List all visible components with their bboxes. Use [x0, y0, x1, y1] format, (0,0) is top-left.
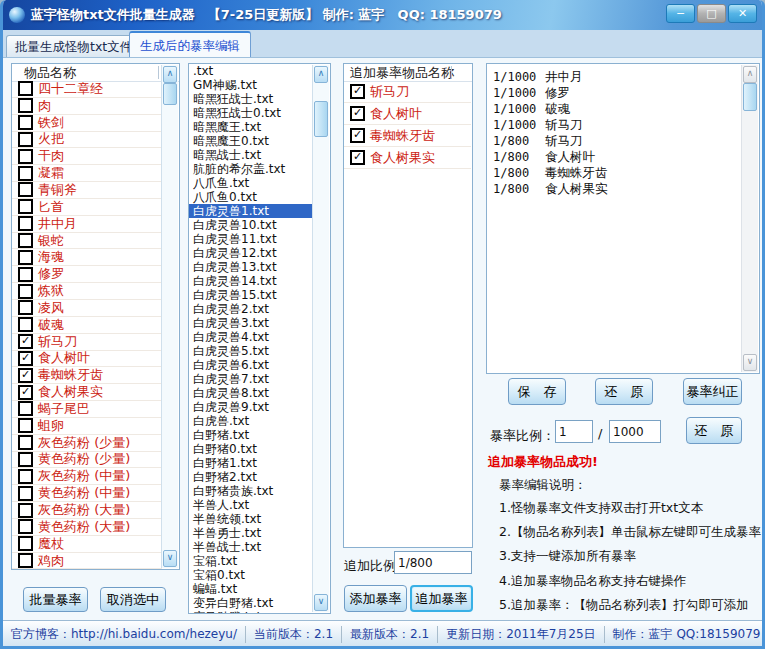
- list-item[interactable]: 肉: [12, 98, 162, 115]
- checkbox-icon[interactable]: [18, 519, 33, 534]
- list-item[interactable]: 炼狱: [12, 283, 162, 300]
- title-bar[interactable]: 蓝宇怪物txt文件批量生成器 【7-25日更新版】 制作: 蓝宇 QQ: 181…: [0, 0, 765, 30]
- close-button[interactable]: ✕: [728, 4, 757, 23]
- list-item[interactable]: ✓毒蜘蛛牙齿: [344, 125, 471, 147]
- file-row[interactable]: 白野猪2.txt: [189, 470, 314, 484]
- scrollbar-thumb[interactable]: [163, 83, 177, 105]
- file-row[interactable]: GM神赐.txt: [189, 78, 314, 92]
- file-row[interactable]: 白虎灵兽10.txt: [189, 218, 314, 232]
- list-item[interactable]: 干肉: [12, 148, 162, 165]
- checkbox-icon[interactable]: [18, 132, 33, 147]
- chevron-down-icon[interactable]: ∨: [314, 594, 328, 611]
- checkbox-icon[interactable]: [18, 469, 33, 484]
- file-row[interactable]: 白野猪贵族.txt: [189, 484, 314, 498]
- append-ratio-input[interactable]: [394, 551, 472, 574]
- list-item[interactable]: 海魂: [12, 249, 162, 266]
- checkbox-icon[interactable]: [18, 81, 33, 96]
- list-item[interactable]: ✓毒蜘蛛牙齿: [12, 367, 162, 384]
- checkbox-icon[interactable]: [18, 401, 33, 416]
- file-list-scrollbar[interactable]: ∧ ∨: [312, 65, 329, 612]
- append-rate-button[interactable]: 追加暴率: [410, 585, 473, 612]
- checkbox-icon[interactable]: [18, 216, 33, 231]
- checkbox-icon[interactable]: [18, 267, 33, 282]
- checkbox-icon[interactable]: [18, 166, 33, 181]
- checkbox-icon[interactable]: ✓: [18, 334, 33, 349]
- file-row[interactable]: 白虎灵兽14.txt: [189, 274, 314, 288]
- list-item[interactable]: 匕首: [12, 199, 162, 216]
- file-row[interactable]: 白虎灵兽4.txt: [189, 330, 314, 344]
- list-item[interactable]: 黄色药粉 (中量): [12, 485, 162, 502]
- file-row[interactable]: 白野猪1.txt: [189, 456, 314, 470]
- list-item[interactable]: 蛆卵: [12, 418, 162, 435]
- chevron-down-icon[interactable]: ∨: [743, 354, 757, 371]
- file-row[interactable]: 白虎灵兽1.txt: [189, 204, 314, 218]
- minimize-button[interactable]: ─: [666, 4, 695, 23]
- checkbox-icon[interactable]: ✓: [350, 128, 365, 143]
- save-button[interactable]: 保 存: [508, 378, 566, 405]
- list-item[interactable]: 凝霜: [12, 165, 162, 182]
- checkbox-icon[interactable]: [18, 250, 33, 265]
- list-item[interactable]: ✓食人树叶: [12, 351, 162, 368]
- file-row[interactable]: 八爪鱼0.txt: [189, 190, 314, 204]
- rate-result-view[interactable]: 1/1000井中月1/1000修罗1/1000破魂1/1000斩马刀1/800斩…: [486, 63, 760, 374]
- file-row[interactable]: 白野猪.txt: [189, 428, 314, 442]
- list-item[interactable]: 黄色药粉 (大量): [12, 519, 162, 536]
- checkbox-icon[interactable]: [18, 98, 33, 113]
- list-item[interactable]: 黄色药粉 (少量): [12, 452, 162, 469]
- list-item[interactable]: 破魂: [12, 317, 162, 334]
- checkbox-icon[interactable]: [18, 199, 33, 214]
- file-row[interactable]: 半兽统领.txt: [189, 512, 314, 526]
- file-row[interactable]: 白虎灵兽7.txt: [189, 372, 314, 386]
- chevron-up-icon[interactable]: ∧: [163, 66, 177, 83]
- tab-rate-edit[interactable]: 生成后的暴率编辑: [129, 31, 251, 57]
- checkbox-icon[interactable]: [18, 503, 33, 518]
- rate-view-scrollbar[interactable]: ∧ ∨: [741, 65, 758, 372]
- file-row[interactable]: 八爪鱼.txt: [189, 176, 314, 190]
- file-row[interactable]: 宝箱0.txt: [189, 568, 314, 582]
- chevron-up-icon[interactable]: ∧: [743, 66, 757, 83]
- file-row[interactable]: 肮脏的希尔盖.txt: [189, 162, 314, 176]
- file-row[interactable]: 白虎灵兽3.txt: [189, 316, 314, 330]
- list-item[interactable]: ✓食人树果实: [344, 147, 471, 169]
- list-item[interactable]: 灰色药粉 (少量): [12, 435, 162, 452]
- chevron-up-icon[interactable]: ∧: [314, 66, 328, 83]
- file-row[interactable]: 暗黑魔王.txt: [189, 120, 314, 134]
- checkbox-icon[interactable]: [18, 182, 33, 197]
- checkbox-icon[interactable]: [18, 435, 33, 450]
- list-item[interactable]: 蝎子尾巴: [12, 401, 162, 418]
- checkbox-icon[interactable]: [18, 486, 33, 501]
- file-row[interactable]: 白虎灵兽15.txt: [189, 288, 314, 302]
- restore-button[interactable]: 还 原: [595, 378, 653, 405]
- checkbox-icon[interactable]: ✓: [18, 351, 33, 366]
- list-item[interactable]: 修罗: [12, 266, 162, 283]
- checkbox-icon[interactable]: [18, 536, 33, 551]
- checkbox-icon[interactable]: [18, 317, 33, 332]
- file-row[interactable]: .txt: [189, 64, 314, 78]
- file-row[interactable]: 宝箱.txt: [189, 554, 314, 568]
- scrollbar-thumb[interactable]: [743, 83, 757, 111]
- file-row[interactable]: 暗黑战士.txt: [189, 148, 314, 162]
- file-row[interactable]: 暗黑狂战士0.txt: [189, 106, 314, 120]
- checkbox-icon[interactable]: [18, 553, 33, 568]
- file-row[interactable]: 半兽人.txt: [189, 498, 314, 512]
- file-row[interactable]: 白虎灵兽8.txt: [189, 386, 314, 400]
- checkbox-icon[interactable]: ✓: [350, 150, 365, 165]
- batch-rate-button[interactable]: 批量暴率: [23, 587, 88, 612]
- checkbox-icon[interactable]: ✓: [18, 368, 33, 383]
- scrollbar-thumb[interactable]: [314, 101, 328, 137]
- list-item[interactable]: 灰色药粉 (大量): [12, 502, 162, 519]
- checkbox-icon[interactable]: [18, 233, 33, 248]
- file-row[interactable]: 变异白野猪.txt: [189, 596, 314, 610]
- file-row[interactable]: 白虎灵兽13.txt: [189, 260, 314, 274]
- ratio-numerator-input[interactable]: [555, 420, 593, 443]
- file-row[interactable]: 蝙蝠.txt: [189, 582, 314, 596]
- checkbox-icon[interactable]: [18, 418, 33, 433]
- file-row[interactable]: 白虎兽.txt: [189, 414, 314, 428]
- file-row[interactable]: 暗黑魔王0.txt: [189, 134, 314, 148]
- checkbox-icon[interactable]: [18, 115, 33, 130]
- file-row[interactable]: 白虎灵兽12.txt: [189, 246, 314, 260]
- checkbox-icon[interactable]: [18, 284, 33, 299]
- file-row[interactable]: 白虎灵兽9.txt: [189, 400, 314, 414]
- checkbox-icon[interactable]: [18, 300, 33, 315]
- rate-fix-button[interactable]: 暴率纠正: [683, 378, 742, 405]
